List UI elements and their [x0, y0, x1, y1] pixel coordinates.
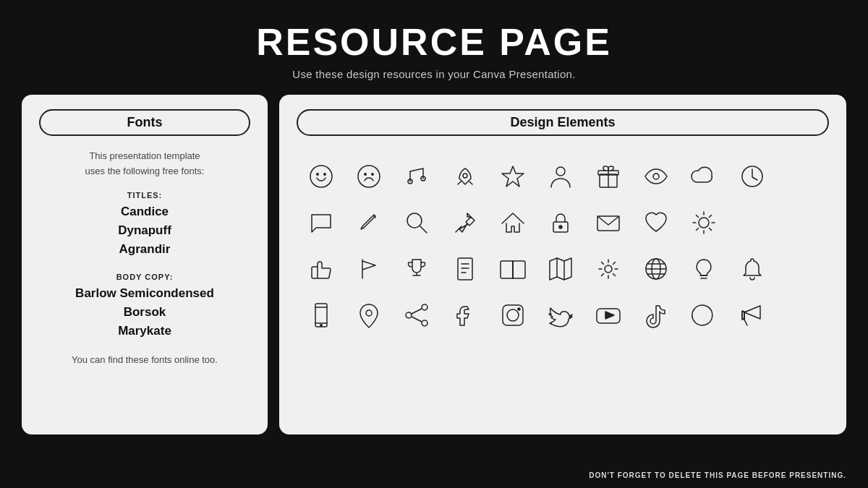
empty5-icon [780, 295, 820, 335]
footer-note: DON'T FORGET TO DELETE THIS PAGE BEFORE … [589, 471, 846, 479]
thumbsup-icon [301, 249, 341, 289]
facebook-icon [445, 295, 485, 335]
book-icon [493, 249, 533, 289]
search-icon [396, 202, 437, 243]
body-font-section: BODY COPY: Barlow SemicondensedBorsokMar… [39, 273, 250, 341]
gift-icon [588, 156, 629, 197]
icons-grid [297, 149, 829, 343]
phone-icon [301, 295, 341, 335]
titles-font-section: TITLES: CandiceDynapuffAgrandir [39, 191, 250, 260]
music-icon [396, 156, 437, 197]
svg-marker-57 [605, 312, 614, 319]
fonts-card-title: Fonts [39, 109, 250, 136]
share-icon [396, 295, 437, 335]
empty-icon [780, 156, 820, 197]
eye-icon [636, 156, 676, 197]
page-subtitle: Use these design resources in your Canva… [0, 68, 868, 80]
moon-icon [684, 295, 724, 335]
svg-line-51 [412, 317, 422, 322]
pin-icon [445, 202, 485, 243]
svg-point-10 [556, 167, 565, 176]
svg-marker-36 [550, 258, 571, 280]
empty4-icon [780, 249, 820, 289]
svg-point-1 [317, 174, 318, 175]
empty3-icon [780, 202, 820, 243]
location-icon [349, 295, 389, 335]
title-font-names: CandiceDynapuffAgrandir [39, 202, 250, 260]
svg-point-47 [366, 310, 372, 316]
pencil-icon [349, 202, 389, 243]
svg-point-5 [372, 174, 373, 175]
sad-icon [349, 156, 389, 197]
svg-point-48 [422, 304, 427, 310]
home-icon [493, 202, 533, 243]
heart-icon [636, 202, 676, 243]
svg-line-29 [710, 215, 712, 218]
titles-label: TITLES: [39, 191, 250, 200]
cloud-icon [684, 156, 724, 197]
smiley-icon [301, 156, 341, 197]
elements-card-title: Design Elements [297, 109, 829, 136]
body-font-names: Barlow SemicondensedBorsokMarykate [39, 284, 250, 341]
megaphone-icon [732, 295, 773, 335]
svg-point-54 [507, 309, 519, 321]
page-title: RESOURCE PAGE [0, 20, 868, 64]
chat-icon [301, 202, 341, 243]
main-content: Fonts This presentation templateuses the… [0, 95, 868, 435]
svg-marker-9 [502, 166, 524, 187]
map-icon [540, 249, 581, 289]
empty2-icon [732, 202, 773, 243]
body-label: BODY COPY: [39, 273, 250, 281]
gear-icon [588, 249, 629, 289]
svg-point-3 [358, 166, 380, 187]
svg-point-46 [320, 325, 322, 326]
fonts-description: This presentation templateuses the follo… [39, 149, 250, 179]
fonts-card: Fonts This presentation templateuses the… [22, 95, 268, 435]
svg-point-0 [310, 166, 332, 187]
svg-line-30 [697, 228, 699, 231]
tiktok-icon [636, 295, 676, 335]
svg-point-20 [559, 226, 562, 228]
sun-icon [684, 202, 724, 243]
svg-point-22 [699, 218, 709, 228]
svg-point-2 [324, 174, 326, 175]
svg-point-8 [463, 174, 467, 178]
person-icon [540, 156, 581, 197]
clock-icon [732, 156, 773, 197]
mail-icon [588, 202, 629, 243]
svg-point-39 [605, 265, 612, 273]
bell-icon [732, 249, 773, 289]
fonts-footer: You can find these fonts online too. [39, 354, 250, 365]
svg-point-14 [653, 174, 659, 179]
page-header: RESOURCE PAGE Use these design resources… [0, 0, 868, 87]
svg-line-28 [710, 228, 712, 231]
globe-icon [636, 249, 676, 289]
flag-icon [349, 249, 389, 289]
lightbulb-icon [684, 249, 724, 289]
elements-card: Design Elements [279, 95, 846, 435]
svg-line-17 [420, 226, 427, 233]
trophy-icon [396, 249, 437, 289]
youtube-icon [588, 295, 629, 335]
lock-icon [540, 202, 581, 243]
document-icon [445, 249, 485, 289]
twitter-icon [540, 295, 581, 335]
svg-point-55 [518, 308, 520, 310]
svg-rect-58 [742, 312, 744, 319]
svg-point-16 [407, 213, 422, 228]
instagram-icon [493, 295, 533, 335]
star-icon [493, 156, 533, 197]
svg-line-52 [412, 309, 422, 314]
svg-point-49 [422, 320, 427, 326]
svg-point-50 [406, 312, 412, 318]
rocket-icon [445, 156, 485, 197]
svg-line-27 [697, 215, 699, 218]
svg-point-4 [365, 174, 366, 175]
svg-rect-31 [458, 258, 472, 280]
